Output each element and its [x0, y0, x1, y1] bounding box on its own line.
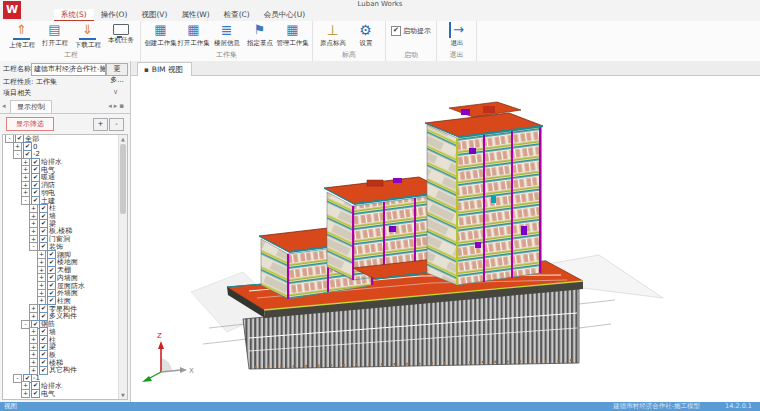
status-bar: 视图 建德市村经济合作社-施工模型 14.2.0.1 [0, 402, 760, 411]
startup-tip-checkbox[interactable]: 启动提示 [391, 26, 431, 36]
download-icon [79, 22, 96, 40]
bim-3d-viewport[interactable]: Z X [131, 76, 760, 402]
ribbon-group-label: 工程 [5, 50, 137, 61]
open-doc-icon [48, 22, 60, 38]
ribbon-button-open-doc[interactable]: 打开工程 [38, 21, 71, 48]
ribbon-button-upload[interactable]: 上传工程 [5, 21, 38, 50]
ribbon-button-label: 上传工程 [9, 40, 35, 49]
luban-logo: W [3, 1, 21, 19]
scroll-up-icon[interactable]: ▲ [119, 135, 127, 143]
workset-manage-icon [286, 22, 298, 38]
tree-collapse-all-button[interactable]: - [109, 118, 124, 131]
scroll-down-icon[interactable]: ▼ [119, 391, 127, 399]
ribbon-button-label: 原点标高 [320, 38, 346, 47]
panel-tabstrip: ◂ 显示控制 ◂▸▪ [0, 100, 130, 114]
status-version: 14.2.0.1 [725, 402, 752, 411]
ribbon-button-gear[interactable]: 设置 [349, 21, 382, 48]
ribbon-button-exit[interactable]: 退出 [440, 21, 473, 48]
ribbon-button-workset-manage[interactable]: 管理工作集 [276, 21, 309, 48]
cube-icon: ▪ [144, 66, 149, 74]
exit-icon [449, 22, 464, 38]
ribbon-button-workset-new[interactable]: 创建工作集 [144, 21, 177, 48]
scrollbar-thumb[interactable] [120, 144, 126, 214]
ribbon: 上传工程打开工程下载工程本机任务工程创建工作集打开工作集楼层信息指定基点管理工作… [0, 21, 760, 62]
layers-icon [221, 22, 233, 38]
tree-item[interactable]: -钢筋 [3, 320, 127, 328]
ribbon-button-plumb[interactable]: 原点标高 [316, 21, 349, 48]
display-filter-button[interactable]: 显示筛选 [6, 117, 54, 131]
project-name-select[interactable]: 建德市村经济合作社-施工模型 ▾ [31, 63, 106, 76]
ribbon-button-label: 退出 [450, 38, 463, 47]
viewport-tabstrip: ▪BIM 视图 [131, 61, 760, 76]
tree-expand-all-button[interactable]: + [93, 118, 108, 131]
tree-label: 其它构件 [49, 365, 77, 375]
workset-new-icon [154, 22, 166, 38]
ribbon-button-layers[interactable]: 楼层信息 [210, 21, 243, 48]
tree-item[interactable]: +墙 [3, 212, 127, 220]
dropdown-arrow-icon: ▾ [100, 64, 104, 75]
ribbon-group-label: 标高 [316, 50, 382, 61]
collapse-panel-icon[interactable]: ◂ [2, 102, 6, 110]
ribbon-button-label: 管理工作集 [276, 38, 308, 47]
ribbon-button-label: 设置 [359, 38, 372, 47]
tab-pager-icons[interactable]: ◂▸▪ [108, 102, 126, 110]
ribbon-button-flag[interactable]: 指定基点 [243, 21, 276, 48]
project-type-value: 工作集 [36, 77, 57, 87]
axis-x-label: X [189, 367, 194, 375]
tree-expander-icon[interactable]: + [21, 389, 30, 398]
checkbox-icon [391, 26, 401, 36]
ribbon-button-label: 打开工程 [42, 38, 68, 47]
tree-label: 电气 [41, 389, 55, 399]
ribbon-button-download[interactable]: 下载工程 [71, 21, 104, 50]
ribbon-group: 原点标高设置标高 [313, 21, 386, 61]
tree-item[interactable]: +梁 [3, 343, 127, 351]
axis-z-label: Z [157, 332, 162, 340]
menu-tab[interactable]: 视图(V) [134, 9, 174, 21]
tree-item[interactable]: -土建 [3, 197, 127, 205]
computer-icon [113, 24, 129, 35]
tree-item[interactable]: +柱 [3, 336, 127, 344]
upload-icon [13, 22, 30, 40]
ribbon-group: 上传工程打开工程下载工程本机任务工程 [2, 21, 141, 61]
gear-icon [359, 22, 372, 38]
tree-item[interactable]: +墙 [3, 328, 127, 336]
menu-tab[interactable]: 检查(C) [217, 9, 257, 21]
ribbon-button-label: 指定基点 [247, 38, 273, 47]
more-button[interactable]: 更多... [106, 63, 128, 76]
ribbon-group-label: 工作集 [144, 50, 309, 61]
ribbon-group-label: 启动 [389, 50, 433, 61]
project-type-label: 工程性质: [3, 77, 33, 87]
bim-view-tab-label: BIM 视图 [152, 65, 183, 74]
model-tree-box: -全部+0--2+给排水+电气+暖通+消防+弱电-土建+柱+墙+梁+板,楼梯+门… [2, 134, 128, 400]
ribbon-button-label: 下载工程 [75, 40, 101, 49]
tree-item[interactable]: +门窗洞 [3, 235, 127, 243]
tree-checkbox[interactable] [31, 389, 40, 398]
section-project-related[interactable]: 项目相关 [3, 88, 31, 98]
tree-item[interactable]: +电气 [3, 390, 127, 398]
tree-scrollbar[interactable]: ▲ ▼ [118, 135, 127, 399]
workset-open-icon [187, 22, 199, 38]
tab-display-control[interactable]: 显示控制 [10, 100, 52, 113]
left-panel: 工程名称: 建德市村经济合作社-施工模型 ▾ 更多... 工程性质: 工作集 项… [0, 61, 131, 402]
project-name-value: 建德市村经济合作社-施工模型 [34, 65, 106, 73]
axis-triad: Z X [142, 332, 194, 382]
menu-tab[interactable]: 会员中心(U) [257, 9, 312, 21]
chevron-down-icon[interactable]: ∨ [113, 88, 118, 96]
bim-model-canvas[interactable]: Z X [131, 76, 760, 402]
model-tree: -全部+0--2+给排水+电气+暖通+消防+弱电-土建+柱+墙+梁+板,楼梯+门… [3, 135, 127, 397]
window-title: Luban Works [0, 0, 760, 9]
menu-tab[interactable]: 操作(O) [94, 9, 135, 21]
tree-checkbox[interactable] [39, 366, 48, 375]
ribbon-button-workset-open[interactable]: 打开工作集 [177, 21, 210, 48]
ribbon-group: 退出退出 [437, 21, 477, 61]
menu-tab[interactable]: 属性(W) [174, 9, 216, 21]
tab-bim-view[interactable]: ▪BIM 视图 [137, 62, 192, 76]
tree-item[interactable]: +板 [3, 351, 127, 359]
ribbon-button-label: 本机任务 [108, 35, 134, 44]
flag-icon [254, 22, 266, 38]
menu-tab[interactable]: 系统(S) [54, 9, 94, 21]
tree-item[interactable]: +柱 [3, 204, 127, 212]
ribbon-group: 创建工作集打开工作集楼层信息指定基点管理工作集工作集 [141, 21, 313, 61]
project-name-label: 工程名称: [3, 64, 33, 74]
ribbon-button-computer[interactable]: 本机任务 [104, 21, 137, 45]
